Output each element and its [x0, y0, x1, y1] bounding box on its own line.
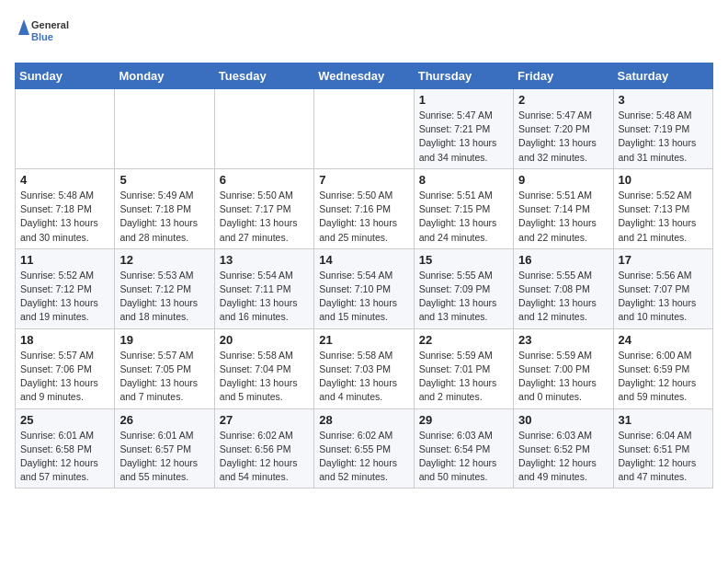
- day-number: 26: [119, 413, 209, 427]
- calendar-cell: 9Sunrise: 5:51 AMSunset: 7:14 PMDaylight…: [514, 168, 613, 248]
- day-number: 18: [20, 333, 109, 347]
- day-number: 31: [619, 413, 708, 427]
- day-info: Sunrise: 5:52 AMSunset: 7:13 PMDaylight:…: [619, 189, 708, 245]
- day-number: 1: [419, 93, 508, 107]
- calendar-cell: 23Sunrise: 5:59 AMSunset: 7:00 PMDayligh…: [514, 328, 613, 408]
- svg-text:Blue: Blue: [31, 31, 53, 42]
- header-thursday: Thursday: [414, 63, 513, 89]
- svg-text:General: General: [31, 19, 69, 30]
- calendar-cell: 1Sunrise: 5:47 AMSunset: 7:21 PMDaylight…: [414, 89, 513, 169]
- day-number: 25: [20, 413, 109, 427]
- day-number: 7: [319, 173, 408, 187]
- day-info: Sunrise: 5:59 AMSunset: 7:00 PMDaylight:…: [518, 349, 608, 405]
- day-info: Sunrise: 6:00 AMSunset: 6:59 PMDaylight:…: [619, 349, 708, 405]
- day-info: Sunrise: 5:58 AMSunset: 7:04 PMDaylight:…: [220, 349, 309, 405]
- day-number: 24: [619, 333, 708, 347]
- day-number: 27: [220, 413, 309, 427]
- day-number: 14: [319, 253, 408, 267]
- calendar-cell: 13Sunrise: 5:54 AMSunset: 7:11 PMDayligh…: [214, 248, 313, 328]
- calendar-cell: [115, 89, 214, 169]
- header-saturday: Saturday: [613, 63, 712, 89]
- day-number: 9: [518, 173, 608, 187]
- day-info: Sunrise: 5:59 AMSunset: 7:01 PMDaylight:…: [419, 349, 508, 405]
- day-info: Sunrise: 5:57 AMSunset: 7:06 PMDaylight:…: [20, 349, 109, 405]
- day-info: Sunrise: 5:50 AMSunset: 7:16 PMDaylight:…: [319, 189, 408, 245]
- calendar-cell: [214, 89, 313, 169]
- day-number: 13: [220, 253, 309, 267]
- header-friday: Friday: [514, 63, 613, 89]
- day-number: 21: [319, 333, 408, 347]
- calendar-cell: 21Sunrise: 5:58 AMSunset: 7:03 PMDayligh…: [314, 328, 414, 408]
- calendar-week-2: 4Sunrise: 5:48 AMSunset: 7:18 PMDaylight…: [16, 168, 713, 248]
- calendar-cell: 31Sunrise: 6:04 AMSunset: 6:51 PMDayligh…: [613, 408, 712, 488]
- calendar-cell: 26Sunrise: 6:01 AMSunset: 6:57 PMDayligh…: [115, 408, 214, 488]
- day-info: Sunrise: 5:53 AMSunset: 7:12 PMDaylight:…: [119, 269, 209, 325]
- day-number: 23: [518, 333, 608, 347]
- calendar-week-5: 25Sunrise: 6:01 AMSunset: 6:58 PMDayligh…: [16, 408, 713, 488]
- calendar-cell: 27Sunrise: 6:02 AMSunset: 6:56 PMDayligh…: [214, 408, 313, 488]
- day-info: Sunrise: 6:02 AMSunset: 6:55 PMDaylight:…: [319, 429, 408, 485]
- svg-marker-2: [18, 19, 29, 35]
- day-info: Sunrise: 5:55 AMSunset: 7:08 PMDaylight:…: [518, 269, 608, 325]
- calendar-cell: 6Sunrise: 5:50 AMSunset: 7:17 PMDaylight…: [214, 168, 313, 248]
- day-info: Sunrise: 5:48 AMSunset: 7:18 PMDaylight:…: [20, 189, 109, 245]
- calendar-cell: 30Sunrise: 6:03 AMSunset: 6:52 PMDayligh…: [514, 408, 613, 488]
- calendar-cell: 12Sunrise: 5:53 AMSunset: 7:12 PMDayligh…: [115, 248, 214, 328]
- day-info: Sunrise: 5:55 AMSunset: 7:09 PMDaylight:…: [419, 269, 508, 325]
- header-wednesday: Wednesday: [314, 63, 414, 89]
- calendar-cell: 2Sunrise: 5:47 AMSunset: 7:20 PMDaylight…: [514, 89, 613, 169]
- calendar-cell: 7Sunrise: 5:50 AMSunset: 7:16 PMDaylight…: [314, 168, 414, 248]
- day-info: Sunrise: 6:01 AMSunset: 6:57 PMDaylight:…: [119, 429, 209, 485]
- day-number: 2: [518, 93, 608, 107]
- calendar-cell: 5Sunrise: 5:49 AMSunset: 7:18 PMDaylight…: [115, 168, 214, 248]
- day-number: 17: [619, 253, 708, 267]
- logo-svg: General Blue: [15, 15, 70, 52]
- day-number: 19: [119, 333, 209, 347]
- calendar-table: SundayMondayTuesdayWednesdayThursdayFrid…: [15, 63, 713, 488]
- header-tuesday: Tuesday: [214, 63, 313, 89]
- day-number: 3: [619, 93, 708, 107]
- calendar-week-1: 1Sunrise: 5:47 AMSunset: 7:21 PMDaylight…: [16, 89, 713, 169]
- logo: General Blue: [15, 15, 70, 52]
- calendar-cell: 8Sunrise: 5:51 AMSunset: 7:15 PMDaylight…: [414, 168, 513, 248]
- day-number: 16: [518, 253, 608, 267]
- day-number: 28: [319, 413, 408, 427]
- day-number: 5: [119, 173, 209, 187]
- calendar-cell: 17Sunrise: 5:56 AMSunset: 7:07 PMDayligh…: [613, 248, 712, 328]
- calendar-cell: 29Sunrise: 6:03 AMSunset: 6:54 PMDayligh…: [414, 408, 513, 488]
- day-info: Sunrise: 5:58 AMSunset: 7:03 PMDaylight:…: [319, 349, 408, 405]
- day-info: Sunrise: 5:49 AMSunset: 7:18 PMDaylight:…: [119, 189, 209, 245]
- day-info: Sunrise: 6:02 AMSunset: 6:56 PMDaylight:…: [220, 429, 309, 485]
- calendar-cell: 24Sunrise: 6:00 AMSunset: 6:59 PMDayligh…: [613, 328, 712, 408]
- day-info: Sunrise: 5:51 AMSunset: 7:14 PMDaylight:…: [518, 189, 608, 245]
- calendar-cell: [16, 89, 115, 169]
- day-info: Sunrise: 5:57 AMSunset: 7:05 PMDaylight:…: [119, 349, 209, 405]
- day-info: Sunrise: 5:54 AMSunset: 7:10 PMDaylight:…: [319, 269, 408, 325]
- calendar-cell: 20Sunrise: 5:58 AMSunset: 7:04 PMDayligh…: [214, 328, 313, 408]
- calendar-cell: 11Sunrise: 5:52 AMSunset: 7:12 PMDayligh…: [16, 248, 115, 328]
- day-number: 20: [220, 333, 309, 347]
- calendar-cell: 3Sunrise: 5:48 AMSunset: 7:19 PMDaylight…: [613, 89, 712, 169]
- calendar-week-3: 11Sunrise: 5:52 AMSunset: 7:12 PMDayligh…: [16, 248, 713, 328]
- day-number: 11: [20, 253, 109, 267]
- calendar-header-row: SundayMondayTuesdayWednesdayThursdayFrid…: [16, 63, 713, 89]
- day-number: 22: [419, 333, 508, 347]
- day-info: Sunrise: 5:50 AMSunset: 7:17 PMDaylight:…: [220, 189, 309, 245]
- calendar-cell: 25Sunrise: 6:01 AMSunset: 6:58 PMDayligh…: [16, 408, 115, 488]
- calendar-cell: 28Sunrise: 6:02 AMSunset: 6:55 PMDayligh…: [314, 408, 414, 488]
- day-info: Sunrise: 5:56 AMSunset: 7:07 PMDaylight:…: [619, 269, 708, 325]
- header: General Blue: [15, 15, 713, 52]
- day-number: 4: [20, 173, 109, 187]
- day-info: Sunrise: 5:51 AMSunset: 7:15 PMDaylight:…: [419, 189, 508, 245]
- day-info: Sunrise: 6:03 AMSunset: 6:52 PMDaylight:…: [518, 429, 608, 485]
- day-number: 30: [518, 413, 608, 427]
- day-info: Sunrise: 5:48 AMSunset: 7:19 PMDaylight:…: [619, 109, 708, 165]
- day-number: 12: [119, 253, 209, 267]
- calendar-week-4: 18Sunrise: 5:57 AMSunset: 7:06 PMDayligh…: [16, 328, 713, 408]
- calendar-cell: 22Sunrise: 5:59 AMSunset: 7:01 PMDayligh…: [414, 328, 513, 408]
- calendar-cell: 19Sunrise: 5:57 AMSunset: 7:05 PMDayligh…: [115, 328, 214, 408]
- day-number: 29: [419, 413, 508, 427]
- day-info: Sunrise: 5:47 AMSunset: 7:21 PMDaylight:…: [419, 109, 508, 165]
- header-sunday: Sunday: [16, 63, 115, 89]
- calendar-cell: 10Sunrise: 5:52 AMSunset: 7:13 PMDayligh…: [613, 168, 712, 248]
